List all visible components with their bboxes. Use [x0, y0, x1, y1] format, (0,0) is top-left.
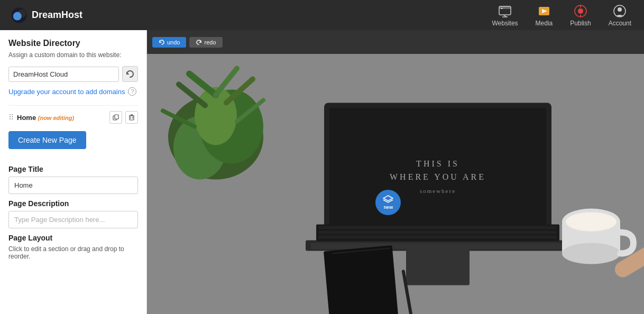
info-icon[interactable]: ?	[128, 87, 136, 96]
svg-rect-46	[324, 245, 399, 314]
page-layout-label: Page Layout	[8, 234, 138, 242]
refresh-button[interactable]	[122, 66, 138, 82]
nav-account-label: Account	[609, 20, 631, 27]
canvas-area: THIS IS WHERE YOU ARE somewhere	[147, 54, 644, 314]
website-directory-title: Website Directory	[8, 39, 138, 48]
nav-item-publish[interactable]: Publish	[563, 1, 598, 30]
new-marker-text: new	[384, 205, 393, 210]
media-icon	[537, 4, 551, 19]
scene-svg: THIS IS WHERE YOU ARE somewhere	[147, 54, 644, 314]
page-title-label: Page Title	[8, 165, 138, 173]
main-area: Website Directory Assign a custom domain…	[0, 30, 644, 314]
svg-point-11	[578, 8, 583, 14]
editor-area: undo redo	[147, 30, 644, 314]
svg-point-52	[566, 213, 617, 232]
svg-point-51	[562, 243, 620, 264]
page-description-input[interactable]	[8, 211, 138, 228]
page-name-text: Home	[17, 114, 36, 122]
svg-rect-43	[319, 231, 557, 234]
account-icon	[612, 4, 627, 19]
svg-rect-45	[406, 248, 470, 285]
page-row-home: ⠿ Home (now editing)	[8, 111, 138, 124]
undo-label: undo	[167, 39, 180, 45]
sidebar: Website Directory Assign a custom domain…	[0, 30, 147, 314]
undo-button[interactable]: undo	[152, 37, 186, 48]
scene-container: THIS IS WHERE YOU ARE somewhere	[147, 54, 644, 314]
nav-item-media[interactable]: Media	[528, 1, 560, 30]
editing-badge: (now editing)	[38, 115, 74, 121]
nav-item-websites[interactable]: Websites	[484, 1, 525, 30]
svg-point-15	[618, 7, 622, 12]
nav-websites-label: Websites	[492, 20, 518, 27]
copy-page-button[interactable]	[109, 111, 122, 124]
page-name: Home (now editing)	[17, 114, 106, 122]
trash-icon	[128, 114, 135, 121]
nav-publish-label: Publish	[570, 20, 591, 27]
nav-item-account[interactable]: Account	[601, 1, 639, 30]
svg-rect-5	[501, 8, 503, 9]
undo-icon	[159, 39, 165, 45]
svg-text:WHERE YOU ARE: WHERE YOU ARE	[390, 172, 486, 181]
svg-rect-17	[115, 115, 118, 119]
svg-marker-53	[383, 196, 393, 201]
upgrade-link[interactable]: Upgrade your account to add domains	[8, 88, 125, 96]
copy-icon	[113, 114, 119, 121]
svg-rect-18	[130, 116, 134, 120]
page-description-label: Page Description	[8, 199, 138, 208]
svg-text:somewhere: somewhere	[420, 188, 456, 194]
upgrade-row: Upgrade your account to add domains ?	[8, 87, 138, 96]
new-marker-icon	[383, 195, 393, 205]
page-title-input[interactable]	[8, 177, 138, 194]
redo-label: redo	[204, 39, 216, 45]
website-directory-subtitle: Assign a custom domain to this website:	[8, 51, 138, 59]
svg-rect-44	[319, 236, 557, 239]
divider-1	[8, 105, 138, 106]
refresh-icon	[126, 70, 134, 78]
websites-icon	[498, 4, 512, 19]
redo-button[interactable]: redo	[189, 37, 222, 48]
svg-rect-42	[319, 226, 557, 229]
publish-icon	[573, 4, 588, 19]
layers-icon	[383, 195, 393, 204]
nav-media-label: Media	[536, 20, 553, 27]
create-new-page-button[interactable]: Create New Page	[8, 131, 86, 149]
domain-row: DreamHost Cloud	[8, 66, 138, 82]
nav-items: Websites Media Publish	[484, 1, 639, 30]
svg-point-2	[13, 12, 22, 20]
delete-page-button[interactable]	[125, 111, 138, 124]
page-layout-subtitle: Click to edit a section or drag and drop…	[8, 245, 138, 260]
brand-name: DreamHost	[32, 10, 82, 21]
domain-select[interactable]: DreamHost Cloud	[8, 67, 119, 82]
brand: DreamHost	[11, 7, 82, 24]
brand-logo-icon	[11, 7, 27, 24]
drag-handle[interactable]: ⠿	[8, 113, 14, 122]
editor-toolbar: undo redo	[147, 30, 644, 54]
redo-icon	[196, 39, 202, 45]
svg-text:THIS IS: THIS IS	[416, 159, 459, 168]
top-navigation: DreamHost Websites	[0, 0, 644, 30]
